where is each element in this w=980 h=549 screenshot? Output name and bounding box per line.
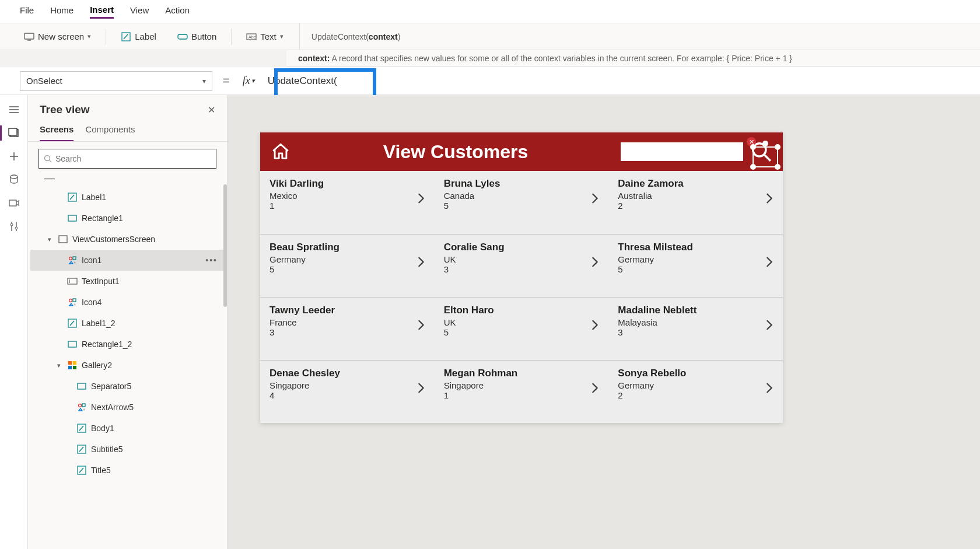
search-glass-icon[interactable]: ✕ (750, 141, 772, 163)
label-button[interactable]: Label (114, 29, 163, 45)
text-dropdown[interactable]: Abc Text ▾ (240, 29, 290, 45)
tree-node-rectangle1[interactable]: Rectangle1 (30, 208, 225, 229)
tree-node-separator5[interactable]: Separator5 (30, 376, 225, 397)
tree-node-label: Rectangle1_2 (82, 340, 132, 349)
chevron-right-icon[interactable] (763, 319, 776, 331)
customer-card[interactable]: Daine ZamoraAustralia2 (608, 171, 783, 234)
customer-name: Thresa Milstead (618, 242, 774, 253)
tree-search-input[interactable] (55, 154, 211, 163)
tree-node-label: Separator5 (91, 382, 131, 391)
customer-number: 5 (618, 264, 774, 274)
customer-card[interactable]: Beau SpratlingGermany5 (260, 234, 435, 297)
chevron-down-icon: ▾ (88, 33, 91, 40)
tree-node-viewcustomersscreen[interactable]: ▾ViewCustomersScreen (30, 229, 225, 250)
tree-search[interactable] (38, 149, 216, 169)
chevron-right-icon[interactable] (415, 382, 428, 394)
chevron-right-icon[interactable] (763, 192, 776, 205)
customer-card[interactable]: Madaline NeblettMalayasia3 (608, 297, 783, 360)
tree-node-body1[interactable]: Body1 (30, 418, 225, 439)
tree-node-title5[interactable]: Title5 (30, 460, 225, 481)
chevron-right-icon[interactable] (415, 256, 428, 268)
svg-text:+: + (74, 261, 76, 265)
button-button[interactable]: Button (171, 29, 223, 45)
customer-card[interactable]: Thresa MilsteadGermany5 (608, 234, 783, 297)
collapsed-node-indicator[interactable]: — (28, 172, 227, 184)
tree-node-label: Subtitle5 (91, 445, 123, 454)
svg-rect-14 (9, 200, 16, 206)
chevron-right-icon[interactable] (763, 382, 776, 394)
chevron-right-icon[interactable] (589, 192, 601, 205)
tree-node-icon1[interactable]: +Icon1••• (30, 250, 225, 271)
chevron-right-icon[interactable] (415, 319, 428, 331)
tab-screens[interactable]: Screens (40, 121, 74, 141)
customer-card[interactable]: Sonya RebelloGermany2 (608, 360, 783, 423)
customer-number: 5 (444, 327, 600, 337)
formula-bar: OnSelect ▾ = fx▾ (0, 67, 980, 95)
tree-node-label1_2[interactable]: Label1_2 (30, 313, 225, 334)
close-icon[interactable]: ✕ (208, 104, 215, 116)
customer-card[interactable]: Megan RohmanSingapore1 (435, 360, 609, 423)
signature-help: UpdateContext(context) (299, 23, 980, 50)
left-rail (0, 95, 28, 549)
tree-node-icon4[interactable]: +Icon4 (30, 292, 225, 313)
customer-card[interactable]: Coralie SangUK3 (435, 234, 609, 297)
svg-rect-3 (178, 34, 187, 39)
canvas[interactable]: View Customers ✕ (228, 95, 980, 549)
customer-country: Germany (618, 254, 774, 264)
tree-node-textinput1[interactable]: TextInput1 (30, 271, 225, 292)
chevron-down-icon[interactable]: ▾ (46, 236, 54, 243)
menu-file[interactable]: File (20, 5, 34, 18)
customer-name: Denae Chesley (270, 368, 425, 379)
formula-input[interactable] (264, 71, 973, 91)
chevron-right-icon[interactable] (763, 256, 776, 268)
search-box[interactable] (621, 142, 743, 161)
plus-icon[interactable] (8, 150, 20, 163)
media-icon[interactable] (8, 197, 20, 209)
chevron-right-icon[interactable] (415, 192, 428, 205)
parameter-help: context: A record that specifies new val… (286, 50, 980, 67)
tree-node-nextarrow5[interactable]: +NextArrow5 (30, 397, 225, 418)
menu-action[interactable]: Action (165, 5, 190, 18)
tree-node-label1[interactable]: Label1 (30, 187, 225, 208)
tab-components[interactable]: Components (85, 121, 135, 141)
customer-card[interactable]: Viki DarlingMexico1 (260, 171, 435, 234)
tree-node-subtitle5[interactable]: Subtitle5 (30, 439, 225, 460)
chevron-right-icon[interactable] (589, 319, 601, 331)
new-screen-button[interactable]: New screen ▾ (18, 29, 97, 45)
menu-home[interactable]: Home (50, 5, 74, 18)
tree-node-label: Gallery2 (82, 361, 112, 370)
signature-line: UpdateContext(context) (312, 32, 968, 41)
customer-card[interactable]: Denae ChesleySingapore4 (260, 360, 435, 423)
svg-rect-37 (73, 366, 76, 369)
divider (231, 29, 232, 45)
chevron-down-icon[interactable]: ▾ (55, 362, 63, 369)
customer-name: Daine Zamora (618, 178, 774, 190)
data-icon[interactable] (8, 173, 20, 186)
tree-node-gallery2[interactable]: ▾Gallery2 (30, 355, 225, 376)
svg-point-39 (79, 404, 82, 407)
hamburger-icon[interactable] (8, 103, 20, 116)
fx-icon[interactable]: fx▾ (240, 75, 257, 87)
customer-country: Malayasia (618, 317, 774, 327)
chevron-right-icon[interactable] (589, 256, 601, 268)
property-selector[interactable]: OnSelect ▾ (20, 71, 212, 91)
home-icon[interactable] (271, 142, 290, 162)
advanced-icon[interactable] (8, 220, 20, 233)
chevron-right-icon[interactable] (589, 382, 601, 394)
customer-card[interactable]: Bruna LylesCanada5 (435, 171, 609, 234)
more-icon[interactable]: ••• (205, 256, 218, 265)
scrollbar-thumb[interactable] (223, 184, 227, 307)
button-button-label: Button (191, 32, 216, 41)
customer-card[interactable]: Elton HaroUK5 (435, 297, 609, 360)
customer-country: Germany (270, 254, 425, 264)
customer-number: 3 (444, 264, 600, 274)
tree-panel: Tree view ✕ Screens Components — Label1R… (28, 95, 228, 549)
iconctl-icon: + (66, 254, 78, 266)
menu-view[interactable]: View (130, 5, 149, 18)
tree-view-icon[interactable] (8, 127, 20, 139)
menu-insert[interactable]: Insert (90, 5, 114, 19)
customer-card[interactable]: Tawny LeederFrance3 (260, 297, 435, 360)
customer-country: Mexico (270, 191, 425, 201)
tree-node-rectangle1_2[interactable]: Rectangle1_2 (30, 334, 225, 355)
tree-node-label: ViewCustomersScreen (72, 235, 155, 244)
